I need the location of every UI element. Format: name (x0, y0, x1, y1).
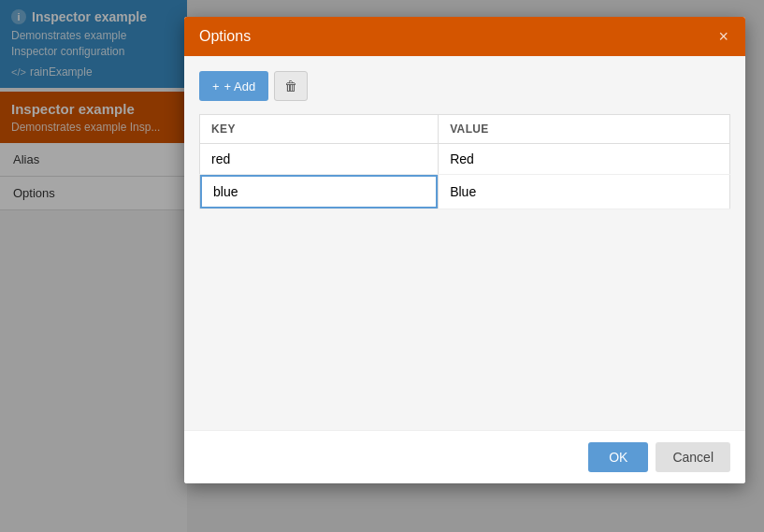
col-header-value: VALUE (439, 115, 730, 144)
options-modal: Options × + + Add 🗑 KEY VALUE (184, 17, 745, 483)
modal-header: Options × (184, 17, 745, 56)
table-cell-value (439, 175, 730, 209)
ok-button[interactable]: OK (588, 442, 648, 472)
modal-body: + + Add 🗑 KEY VALUE (184, 56, 745, 430)
table-cell-value (439, 144, 730, 175)
modal-title: Options (199, 28, 251, 45)
trash-icon: 🗑 (284, 79, 297, 93)
value-input-blue[interactable] (439, 177, 729, 207)
table-row (200, 144, 730, 175)
modal-footer: OK Cancel (184, 430, 745, 483)
table-cell-key (200, 144, 439, 175)
add-icon: + (212, 79, 220, 93)
delete-button[interactable]: 🗑 (274, 71, 308, 101)
table-row (200, 175, 730, 209)
options-table: KEY VALUE (199, 114, 730, 209)
table-cell-key (200, 175, 439, 209)
add-button[interactable]: + + Add (199, 71, 268, 101)
col-header-key: KEY (200, 115, 439, 144)
key-input-red[interactable] (200, 144, 438, 174)
value-input-red[interactable] (439, 144, 729, 174)
modal-close-button[interactable]: × (716, 28, 730, 45)
modal-toolbar: + + Add 🗑 (199, 71, 730, 101)
key-input-blue[interactable] (200, 175, 438, 208)
cancel-button[interactable]: Cancel (656, 442, 730, 472)
